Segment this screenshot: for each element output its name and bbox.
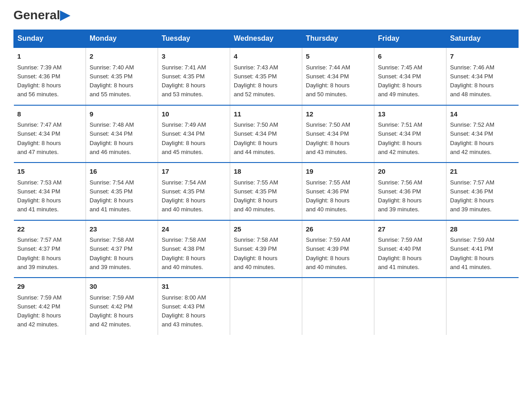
day-number: 10 [162, 109, 226, 120]
calendar-cell [230, 278, 302, 335]
day-info: Sunrise: 7:58 AMSunset: 4:38 PMDaylight:… [162, 236, 206, 270]
page-header: General▶ [13, 9, 519, 21]
calendar-cell: 23 Sunrise: 7:58 AMSunset: 4:37 PMDaylig… [86, 220, 158, 278]
calendar-cell: 10 Sunrise: 7:49 AMSunset: 4:34 PMDaylig… [158, 105, 230, 163]
day-info: Sunrise: 7:39 AMSunset: 4:36 PMDaylight:… [17, 64, 62, 98]
col-header-thursday: Thursday [302, 30, 374, 48]
calendar-header-row: SundayMondayTuesdayWednesdayThursdayFrid… [14, 30, 519, 48]
day-number: 24 [162, 224, 226, 235]
calendar-cell: 1 Sunrise: 7:39 AMSunset: 4:36 PMDayligh… [14, 47, 86, 105]
day-number: 17 [162, 167, 226, 177]
logo-general-text: General▶ [13, 9, 70, 21]
day-number: 26 [306, 224, 370, 235]
calendar-cell: 27 Sunrise: 7:59 AMSunset: 4:40 PMDaylig… [374, 220, 446, 278]
calendar-cell: 19 Sunrise: 7:55 AMSunset: 4:36 PMDaylig… [302, 163, 374, 220]
col-header-wednesday: Wednesday [230, 30, 302, 48]
day-number: 1 [17, 51, 82, 62]
day-info: Sunrise: 8:00 AMSunset: 4:43 PMDaylight:… [162, 294, 206, 328]
day-number: 29 [17, 282, 82, 292]
day-info: Sunrise: 7:43 AMSunset: 4:35 PMDaylight:… [234, 64, 278, 98]
day-number: 21 [450, 167, 515, 177]
col-header-saturday: Saturday [446, 30, 519, 48]
day-number: 6 [378, 51, 442, 62]
day-number: 14 [450, 109, 515, 120]
day-info: Sunrise: 7:58 AMSunset: 4:39 PMDaylight:… [234, 236, 278, 270]
day-info: Sunrise: 7:54 AMSunset: 4:35 PMDaylight:… [90, 179, 134, 213]
day-number: 25 [234, 224, 298, 235]
day-number: 27 [378, 224, 442, 235]
calendar-cell [374, 278, 446, 335]
day-info: Sunrise: 7:59 AMSunset: 4:39 PMDaylight:… [306, 236, 350, 270]
day-number: 13 [378, 109, 442, 120]
day-number: 12 [306, 109, 370, 120]
calendar-cell [446, 278, 519, 335]
day-info: Sunrise: 7:58 AMSunset: 4:37 PMDaylight:… [90, 236, 134, 270]
logo: General▶ [13, 9, 70, 21]
day-info: Sunrise: 7:57 AMSunset: 4:37 PMDaylight:… [17, 236, 62, 270]
day-number: 2 [90, 51, 154, 62]
day-info: Sunrise: 7:59 AMSunset: 4:42 PMDaylight:… [90, 294, 134, 328]
day-number: 20 [378, 167, 442, 177]
calendar-cell: 20 Sunrise: 7:56 AMSunset: 4:36 PMDaylig… [374, 163, 446, 220]
day-info: Sunrise: 7:59 AMSunset: 4:41 PMDaylight:… [450, 236, 494, 270]
day-info: Sunrise: 7:44 AMSunset: 4:34 PMDaylight:… [306, 64, 350, 98]
day-info: Sunrise: 7:54 AMSunset: 4:35 PMDaylight:… [162, 179, 206, 213]
calendar-cell: 17 Sunrise: 7:54 AMSunset: 4:35 PMDaylig… [158, 163, 230, 220]
day-info: Sunrise: 7:45 AMSunset: 4:34 PMDaylight:… [378, 64, 422, 98]
day-number: 31 [162, 282, 226, 292]
calendar-cell: 30 Sunrise: 7:59 AMSunset: 4:42 PMDaylig… [86, 278, 158, 335]
day-info: Sunrise: 7:51 AMSunset: 4:34 PMDaylight:… [378, 121, 422, 155]
day-info: Sunrise: 7:57 AMSunset: 4:36 PMDaylight:… [450, 179, 494, 213]
day-number: 30 [90, 282, 154, 292]
calendar-table: SundayMondayTuesdayWednesdayThursdayFrid… [13, 30, 519, 335]
calendar-cell: 3 Sunrise: 7:41 AMSunset: 4:35 PMDayligh… [158, 47, 230, 105]
calendar-cell: 26 Sunrise: 7:59 AMSunset: 4:39 PMDaylig… [302, 220, 374, 278]
day-info: Sunrise: 7:48 AMSunset: 4:34 PMDaylight:… [90, 121, 134, 155]
calendar-cell: 22 Sunrise: 7:57 AMSunset: 4:37 PMDaylig… [14, 220, 86, 278]
calendar-cell: 29 Sunrise: 7:59 AMSunset: 4:42 PMDaylig… [14, 278, 86, 335]
calendar-cell: 2 Sunrise: 7:40 AMSunset: 4:35 PMDayligh… [86, 47, 158, 105]
day-number: 22 [17, 224, 82, 235]
col-header-friday: Friday [374, 30, 446, 48]
day-number: 4 [234, 51, 298, 62]
calendar-cell: 5 Sunrise: 7:44 AMSunset: 4:34 PMDayligh… [302, 47, 374, 105]
day-info: Sunrise: 7:59 AMSunset: 4:40 PMDaylight:… [378, 236, 422, 270]
day-info: Sunrise: 7:40 AMSunset: 4:35 PMDaylight:… [90, 64, 134, 98]
day-info: Sunrise: 7:56 AMSunset: 4:36 PMDaylight:… [378, 179, 422, 213]
calendar-cell: 14 Sunrise: 7:52 AMSunset: 4:34 PMDaylig… [446, 105, 519, 163]
day-info: Sunrise: 7:53 AMSunset: 4:34 PMDaylight:… [17, 179, 62, 213]
calendar-cell: 28 Sunrise: 7:59 AMSunset: 4:41 PMDaylig… [446, 220, 519, 278]
calendar-cell: 12 Sunrise: 7:50 AMSunset: 4:34 PMDaylig… [302, 105, 374, 163]
calendar-cell: 25 Sunrise: 7:58 AMSunset: 4:39 PMDaylig… [230, 220, 302, 278]
week-row-4: 22 Sunrise: 7:57 AMSunset: 4:37 PMDaylig… [14, 220, 519, 278]
calendar-cell: 15 Sunrise: 7:53 AMSunset: 4:34 PMDaylig… [14, 163, 86, 220]
day-info: Sunrise: 7:47 AMSunset: 4:34 PMDaylight:… [17, 121, 62, 155]
calendar-cell: 18 Sunrise: 7:55 AMSunset: 4:35 PMDaylig… [230, 163, 302, 220]
calendar-cell: 9 Sunrise: 7:48 AMSunset: 4:34 PMDayligh… [86, 105, 158, 163]
calendar-cell: 11 Sunrise: 7:50 AMSunset: 4:34 PMDaylig… [230, 105, 302, 163]
logo-triangle-icon: ▶ [60, 8, 70, 22]
col-header-sunday: Sunday [14, 30, 86, 48]
calendar-cell: 4 Sunrise: 7:43 AMSunset: 4:35 PMDayligh… [230, 47, 302, 105]
day-info: Sunrise: 7:50 AMSunset: 4:34 PMDaylight:… [306, 121, 350, 155]
day-info: Sunrise: 7:50 AMSunset: 4:34 PMDaylight:… [234, 121, 278, 155]
day-number: 15 [17, 167, 82, 177]
day-number: 11 [234, 109, 298, 120]
day-info: Sunrise: 7:59 AMSunset: 4:42 PMDaylight:… [17, 294, 62, 328]
day-info: Sunrise: 7:55 AMSunset: 4:36 PMDaylight:… [306, 179, 350, 213]
calendar-cell: 8 Sunrise: 7:47 AMSunset: 4:34 PMDayligh… [14, 105, 86, 163]
day-number: 9 [90, 109, 154, 120]
day-number: 19 [306, 167, 370, 177]
day-number: 18 [234, 167, 298, 177]
col-header-tuesday: Tuesday [158, 30, 230, 48]
calendar-cell: 13 Sunrise: 7:51 AMSunset: 4:34 PMDaylig… [374, 105, 446, 163]
calendar-cell: 21 Sunrise: 7:57 AMSunset: 4:36 PMDaylig… [446, 163, 519, 220]
calendar-cell: 6 Sunrise: 7:45 AMSunset: 4:34 PMDayligh… [374, 47, 446, 105]
day-info: Sunrise: 7:52 AMSunset: 4:34 PMDaylight:… [450, 121, 494, 155]
col-header-monday: Monday [86, 30, 158, 48]
calendar-cell: 7 Sunrise: 7:46 AMSunset: 4:34 PMDayligh… [446, 47, 519, 105]
day-number: 8 [17, 109, 82, 120]
calendar-cell: 16 Sunrise: 7:54 AMSunset: 4:35 PMDaylig… [86, 163, 158, 220]
week-row-1: 1 Sunrise: 7:39 AMSunset: 4:36 PMDayligh… [14, 47, 519, 105]
day-number: 3 [162, 51, 226, 62]
